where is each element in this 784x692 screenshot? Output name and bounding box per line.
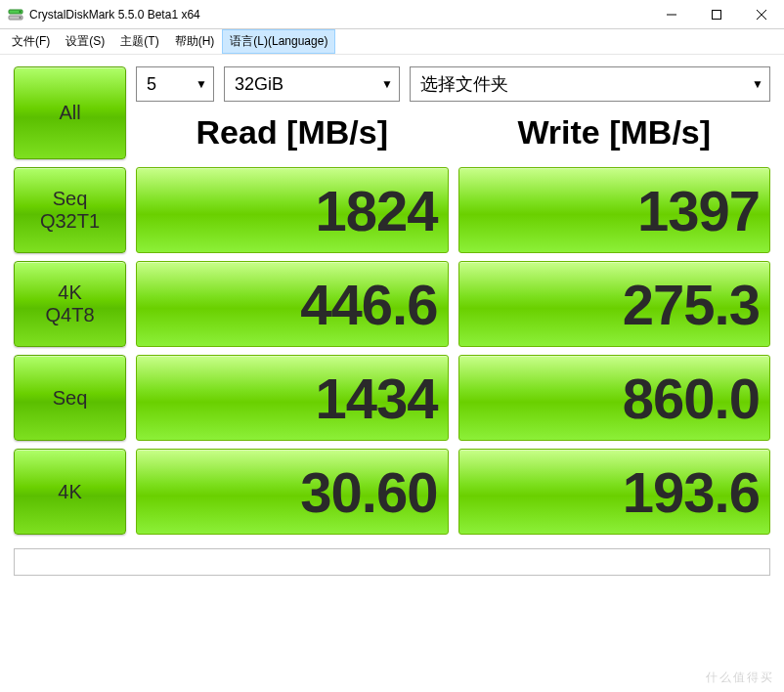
seq-read: 1434 (136, 355, 449, 441)
minimize-button[interactable] (649, 0, 694, 28)
size-select[interactable]: 32GiB ▼ (224, 66, 400, 102)
maximize-button[interactable] (694, 0, 739, 28)
chevron-down-icon: ▼ (752, 77, 763, 91)
title-bar: CrystalDiskMark 5.5.0 Beta1 x64 (0, 0, 784, 29)
menu-help[interactable]: 帮助(H) (167, 29, 223, 54)
menu-theme[interactable]: 主题(T) (112, 29, 166, 54)
svg-point-2 (20, 11, 22, 13)
menu-language[interactable]: 语言(L)(Language) (222, 29, 335, 54)
watermark: 什么值得买 (706, 670, 774, 686)
seq-q32t1-read: 1824 (136, 167, 449, 253)
window-title: CrystalDiskMark 5.5.0 Beta1 x64 (29, 8, 649, 22)
menu-file[interactable]: 文件(F) (4, 29, 58, 54)
folder-select[interactable]: 选择文件夹 ▼ (410, 66, 770, 102)
header-read: Read [MB/s] (136, 109, 449, 159)
seq-q32t1-button[interactable]: Seq Q32T1 (14, 167, 126, 253)
svg-point-3 (20, 17, 22, 19)
folder-value: 选择文件夹 (420, 72, 508, 96)
chevron-down-icon: ▼ (381, 77, 393, 91)
client-area: All 5 ▼ 32GiB ▼ 选择文件夹 ▼ Read [MB/s] Writ… (0, 55, 784, 585)
chevron-down-icon: ▼ (196, 77, 207, 91)
app-icon (8, 7, 23, 22)
svg-rect-5 (713, 10, 721, 19)
runs-value: 5 (147, 74, 156, 95)
seq-q32t1-write: 1397 (458, 167, 771, 253)
menu-bar: 文件(F) 设置(S) 主题(T) 帮助(H) 语言(L)(Language) (0, 29, 784, 55)
4k-button[interactable]: 4K (14, 449, 126, 535)
close-button[interactable] (739, 0, 784, 28)
4k-write: 193.6 (458, 449, 771, 535)
4k-q4t8-write: 275.3 (458, 261, 771, 347)
menu-settings[interactable]: 设置(S) (58, 29, 112, 54)
window-controls (649, 0, 784, 28)
size-value: 32GiB (235, 74, 283, 95)
all-button[interactable]: All (14, 66, 126, 159)
4k-read: 30.60 (136, 449, 449, 535)
4k-q4t8-button[interactable]: 4K Q4T8 (14, 261, 126, 347)
top-controls: 5 ▼ 32GiB ▼ 选择文件夹 ▼ (136, 66, 770, 102)
status-bar (14, 548, 770, 576)
runs-select[interactable]: 5 ▼ (136, 66, 214, 102)
4k-q4t8-read: 446.6 (136, 261, 449, 347)
header-write: Write [MB/s] (458, 109, 771, 159)
seq-write: 860.0 (458, 355, 771, 441)
seq-button[interactable]: Seq (14, 355, 126, 441)
